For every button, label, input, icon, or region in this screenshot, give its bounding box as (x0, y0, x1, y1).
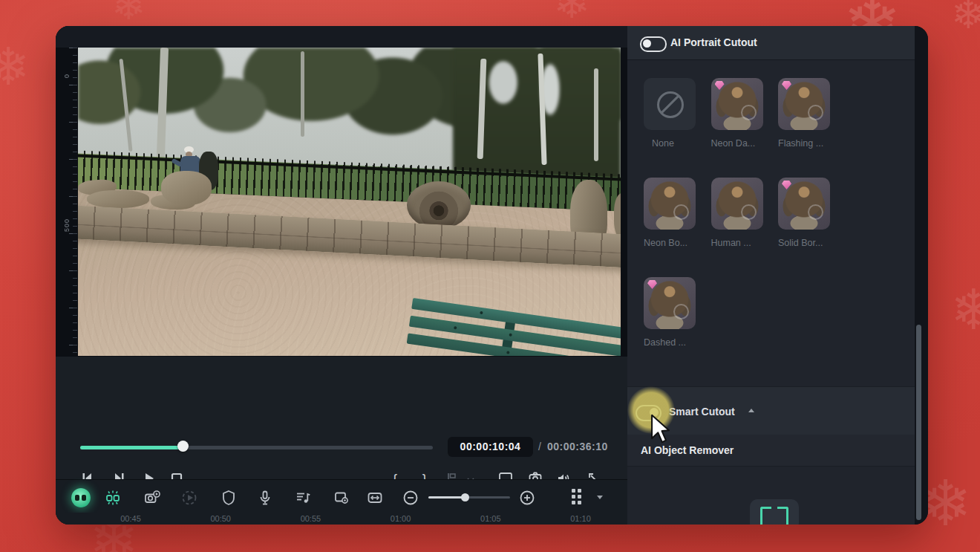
seek-bar-fill (80, 446, 183, 449)
effect-item[interactable]: Dashed ... (644, 277, 699, 348)
snowflake-icon: ❄ (111, 0, 146, 26)
effect-thumbnail[interactable] (711, 78, 763, 130)
timeline-ruler[interactable]: 00:4500:5000:5501:0001:0501:10 (56, 513, 627, 525)
time-separator: / (538, 441, 541, 452)
effect-item[interactable]: Flashing ... (778, 78, 833, 149)
effects-panel: AI Portrait Cutout None Neon Da... Flash… (627, 26, 915, 525)
zoom-slider-handle[interactable] (461, 493, 469, 501)
mouse-cursor (650, 414, 672, 447)
premium-badge-icon (715, 81, 725, 90)
ruler-label: 500 (63, 218, 71, 232)
ai-portrait-cutout-toggle[interactable] (640, 36, 667, 52)
ruler-ticks (58, 48, 77, 356)
smart-cutout-icon[interactable] (104, 489, 122, 507)
panel-scrollbar[interactable] (916, 325, 921, 520)
preview-region: 0 500 1000 (56, 26, 627, 357)
track-manager-caret-icon[interactable] (597, 496, 603, 499)
seek-bar[interactable] (80, 446, 433, 449)
auto-play-disabled-icon[interactable] (180, 489, 198, 507)
smart-cutout-frame-button[interactable] (750, 499, 799, 525)
effect-item[interactable]: Neon Da... (711, 78, 766, 149)
seek-bar-handle[interactable] (177, 441, 189, 452)
timeline-tick-label: 00:50 (206, 514, 235, 523)
timeline-tick-label: 00:55 (295, 514, 325, 523)
effect-thumbnail[interactable] (778, 178, 830, 230)
track-manager-icon[interactable] (572, 489, 582, 505)
premium-badge-icon (647, 280, 657, 289)
snowflake-icon: ❄ (950, 282, 980, 338)
player-controls: 00:00:10:04 / 00:00:36:10 { } (56, 357, 627, 479)
timeline-tick-label: 01:00 (386, 514, 416, 523)
effect-label: Dashed ... (644, 337, 699, 348)
fit-to-timeline-icon[interactable] (366, 489, 384, 507)
effect-item[interactable]: Human ... (711, 178, 766, 248)
snowflake-icon: ❄ (951, 0, 980, 35)
effect-label: Neon Bo... (644, 238, 699, 248)
editor-window: 0 500 1000 (56, 26, 928, 525)
none-icon (657, 91, 684, 118)
bracket-right-icon (777, 507, 788, 525)
snowflake-icon: ❄ (553, 0, 590, 25)
ai-portrait-cutout-icon[interactable] (71, 488, 91, 507)
effect-thumbnail[interactable] (778, 78, 830, 130)
smart-cutout-label: Smart Cutout (669, 406, 735, 418)
effect-thumbnail[interactable] (644, 277, 696, 329)
timeline-zoom-slider[interactable] (428, 496, 510, 499)
effect-label: None (644, 138, 699, 149)
effects-grid: None Neon Da... Flashing ... Neon Bo... … (627, 59, 915, 357)
screen-recorder-icon[interactable] (143, 489, 161, 507)
effect-label: Solid Bor... (778, 238, 833, 248)
premium-badge-icon (782, 181, 791, 189)
effect-label: Neon Da... (711, 138, 766, 149)
safe-area-shield-icon[interactable] (220, 489, 238, 507)
ruler-corner (56, 26, 627, 48)
vertical-ruler: 0 500 1000 (58, 48, 77, 356)
effect-item[interactable]: Solid Bor... (778, 178, 833, 248)
effect-thumbnail[interactable] (711, 178, 763, 230)
snowflake-icon: ❄ (0, 41, 30, 93)
timeline-tick-label: 00:45 (116, 514, 146, 523)
effect-item[interactable]: None (644, 78, 699, 149)
ruler-label: 0 (63, 74, 71, 78)
zoom-in-icon[interactable] (518, 489, 536, 507)
current-time: 00:00:10:04 (448, 437, 533, 457)
bracket-left-icon (760, 507, 771, 525)
preview-quality-icon[interactable] (333, 489, 350, 507)
audio-music-list-icon[interactable] (294, 489, 312, 507)
smart-cutout-collapse-icon[interactable] (748, 409, 754, 412)
timeline-tick-label: 01:05 (476, 514, 506, 523)
effect-label: Human ... (711, 238, 766, 248)
effect-label: Flashing ... (778, 138, 833, 149)
effect-thumbnail[interactable] (644, 178, 696, 230)
preview-video[interactable] (78, 48, 621, 356)
panel-header: AI Portrait Cutout (627, 26, 915, 60)
effect-thumbnail[interactable] (644, 78, 696, 130)
zoom-out-icon[interactable] (402, 489, 419, 507)
timeline-tick-label: 01:10 (566, 514, 595, 523)
panel-title: AI Portrait Cutout (670, 36, 757, 48)
premium-badge-icon (782, 81, 791, 90)
effect-item[interactable]: Neon Bo... (644, 178, 699, 248)
voiceover-mic-icon[interactable] (256, 489, 274, 507)
total-time: 00:00:36:10 (547, 441, 608, 452)
